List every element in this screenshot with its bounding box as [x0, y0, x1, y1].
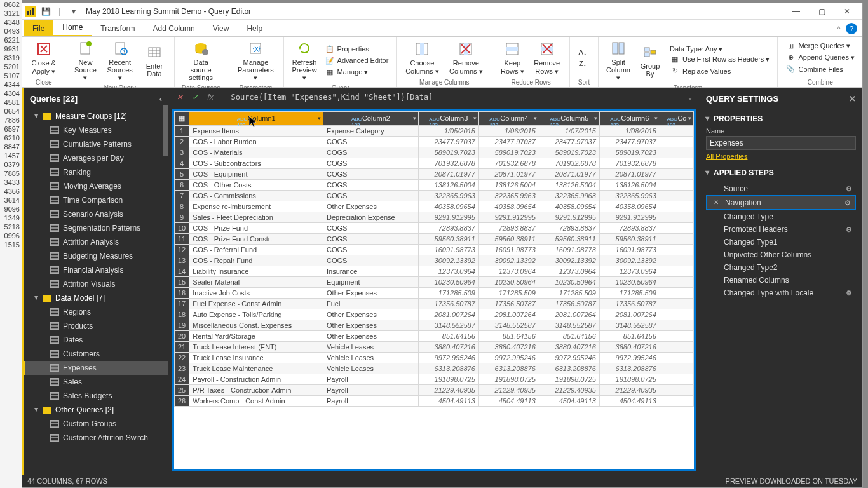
cell[interactable]: 40358.09654 [539, 201, 599, 212]
cell[interactable]: 2081.007264 [418, 309, 478, 320]
row-number[interactable]: 8 [175, 201, 189, 212]
cell[interactable]: 21229.40935 [418, 385, 478, 396]
cell[interactable]: Payroll [323, 374, 419, 385]
cell[interactable]: COS - Referral Fund [189, 245, 323, 255]
cell[interactable]: 6313.208876 [539, 363, 599, 374]
cell[interactable]: 30092.13392 [539, 255, 599, 266]
cell[interactable]: 2081.007264 [599, 309, 660, 320]
query-item[interactable]: Sales Budgets [24, 389, 168, 403]
cell[interactable]: 16091.98773 [478, 245, 539, 255]
maximize-button[interactable]: ▢ [809, 4, 834, 19]
cell[interactable]: 851.64156 [418, 331, 478, 342]
query-item[interactable]: Attrition Visuals [24, 277, 168, 291]
cell[interactable]: 17356.50787 [478, 299, 539, 309]
enter-data-button[interactable]: Enter Data [139, 42, 170, 79]
cell[interactable]: 701932.6878 [539, 158, 599, 169]
cell[interactable]: 9291.912995 [418, 212, 478, 223]
cell[interactable]: 589019.7023 [418, 147, 478, 158]
cell[interactable] [660, 180, 693, 191]
cell[interactable]: Other Expenses [323, 201, 419, 212]
row-number[interactable]: 6 [175, 180, 189, 191]
cell[interactable]: 23477.97037 [478, 137, 539, 147]
query-folder[interactable]: Measure Groups [12] [24, 109, 168, 123]
cell[interactable]: 9291.912995 [478, 212, 539, 223]
cell[interactable]: 9972.995246 [599, 353, 660, 363]
query-item[interactable]: Budgeting Measures [24, 249, 168, 263]
cell[interactable]: COGS [323, 158, 419, 169]
cell[interactable]: 322365.9963 [599, 191, 660, 201]
manage-parameters-button[interactable]: {x}Manage Parameters ▾ [231, 38, 280, 83]
cell[interactable] [660, 353, 693, 363]
combine-files-button[interactable]: 📎Combine Files [785, 64, 855, 74]
cell[interactable]: Vehicle Leases [323, 342, 419, 353]
queries-collapse-icon[interactable]: ‹ [159, 94, 162, 104]
cell[interactable]: 6313.208876 [478, 363, 539, 374]
cell[interactable]: 2081.007264 [539, 309, 599, 320]
cell[interactable]: 23477.97037 [599, 137, 660, 147]
cell[interactable]: Miscellaneous Const. Expenses [189, 320, 323, 331]
cell[interactable]: COGS [323, 234, 419, 245]
formula-expand-icon[interactable]: ⌄ [684, 93, 696, 102]
cell[interactable]: 701932.6878 [599, 158, 660, 169]
cell[interactable]: 21229.40935 [478, 385, 539, 396]
cell[interactable]: COS - Labor Burden [189, 137, 323, 147]
cell[interactable]: Payroll [323, 396, 419, 407]
query-item[interactable]: Products [24, 319, 168, 333]
cell[interactable]: 322365.9963 [418, 191, 478, 201]
cell[interactable]: 3880.407216 [418, 342, 478, 353]
group-by-button[interactable]: Group By [634, 42, 666, 79]
cell[interactable] [660, 201, 693, 212]
delete-step-icon[interactable]: ✕ [714, 199, 719, 206]
cell[interactable]: 171285.509 [599, 288, 660, 299]
cell[interactable]: 59560.38911 [539, 234, 599, 245]
cell[interactable] [660, 191, 693, 201]
cell[interactable]: 23477.97037 [539, 137, 599, 147]
keep-rows-button[interactable]: Keep Rows ▾ [496, 39, 528, 76]
cell[interactable]: 191898.0725 [418, 374, 478, 385]
applied-step[interactable]: Changed Type1 [706, 236, 856, 248]
cell[interactable] [660, 374, 693, 385]
cell[interactable]: 17356.50787 [418, 299, 478, 309]
query-item[interactable]: Cumulative Patterns [24, 137, 168, 151]
close-button[interactable]: ✕ [834, 4, 860, 19]
cell[interactable]: COGS [323, 169, 419, 180]
cell[interactable] [660, 255, 693, 266]
cell[interactable]: Vehicle Leases [323, 363, 419, 374]
cell[interactable]: 12373.0964 [539, 266, 599, 277]
query-item[interactable]: Ranking [24, 165, 168, 179]
cell[interactable]: 10230.50964 [478, 277, 539, 288]
cell[interactable]: 12373.0964 [478, 266, 539, 277]
cell[interactable] [660, 299, 693, 309]
cell[interactable] [660, 234, 693, 245]
cell[interactable]: 191898.0725 [539, 374, 599, 385]
row-number[interactable]: 12 [175, 245, 189, 255]
cell[interactable]: 3148.552587 [599, 320, 660, 331]
cell[interactable]: 191898.0725 [599, 374, 660, 385]
cell[interactable]: Rental Yard/Storage [189, 331, 323, 342]
cell[interactable]: 1/06/2015 [478, 126, 539, 137]
cell[interactable]: COS - Other Costs [189, 180, 323, 191]
cell[interactable]: 17356.50787 [599, 299, 660, 309]
tab-home[interactable]: Home [53, 19, 92, 36]
cell[interactable]: 701932.6878 [418, 158, 478, 169]
cell[interactable]: 138126.5004 [478, 180, 539, 191]
cell[interactable]: 3880.407216 [539, 342, 599, 353]
row-number[interactable]: 15 [175, 277, 189, 288]
cell[interactable]: 23477.97037 [418, 137, 478, 147]
cell[interactable]: Other Expenses [323, 309, 419, 320]
cell[interactable]: 138126.5004 [418, 180, 478, 191]
cell[interactable]: Fuel [323, 299, 419, 309]
data-type-button[interactable]: Data Type: Any ▾ [670, 45, 770, 53]
cell[interactable]: 30092.13392 [599, 255, 660, 266]
queries-scrollbar[interactable] [162, 105, 168, 475]
cell[interactable]: 1/07/2015 [539, 126, 599, 137]
data-grid[interactable]: ▦ABC123Column1▾ABC123Column2▾ABC123Colum… [172, 109, 696, 471]
cell[interactable]: 16091.98773 [599, 245, 660, 255]
gear-icon[interactable]: ⚙ [846, 289, 852, 297]
fx-icon[interactable]: fx [203, 93, 218, 102]
close-apply-button[interactable]: Close & Apply ▾ [26, 39, 61, 76]
cell[interactable]: 171285.509 [539, 288, 599, 299]
query-item[interactable]: Moving Averages [24, 179, 168, 193]
query-item[interactable]: Dates [24, 333, 168, 347]
cell[interactable] [660, 266, 693, 277]
